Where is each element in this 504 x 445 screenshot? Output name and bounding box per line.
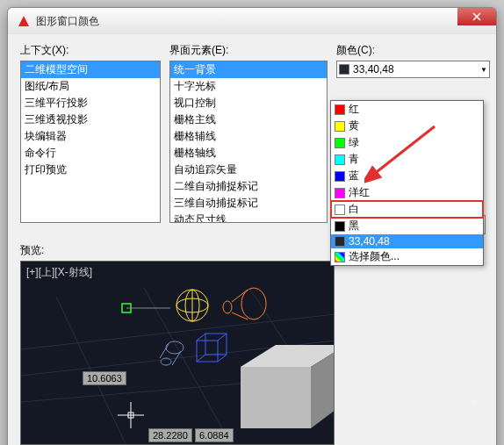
color-swatch-icon bbox=[335, 104, 345, 115]
context-item[interactable]: 三维透视投影 bbox=[21, 111, 160, 128]
coord-c: 6.0884 bbox=[195, 428, 234, 442]
color-option[interactable]: 青 bbox=[331, 151, 483, 168]
svg-line-16 bbox=[232, 290, 248, 302]
element-item[interactable]: 视口控制 bbox=[170, 95, 327, 111]
color-dropdown[interactable]: 红黄绿青蓝洋红白黑33,40,48选择颜色... bbox=[330, 100, 484, 266]
svg-line-5 bbox=[144, 288, 232, 445]
coord-b: 28.2280 bbox=[148, 428, 192, 442]
color-option-label: 黑 bbox=[349, 219, 359, 233]
color-option-label: 洋红 bbox=[349, 185, 370, 200]
element-item[interactable]: 二维自动捕捉标记 bbox=[170, 178, 327, 195]
color-option-label: 选择颜色... bbox=[349, 249, 400, 264]
selected-swatch bbox=[339, 64, 349, 75]
color-option[interactable]: 洋红 bbox=[331, 184, 483, 201]
element-item[interactable]: 十字光标 bbox=[170, 78, 327, 95]
color-option[interactable]: 33,40,48 bbox=[331, 234, 483, 248]
color-option[interactable]: 黑 bbox=[331, 218, 483, 234]
close-icon bbox=[472, 12, 481, 21]
color-option-label: 绿 bbox=[349, 135, 359, 150]
svg-point-27 bbox=[161, 358, 171, 365]
color-swatch-icon bbox=[335, 188, 345, 198]
context-item[interactable]: 块编辑器 bbox=[21, 128, 160, 145]
svg-line-21 bbox=[218, 334, 227, 341]
dialog-window: 图形窗口颜色 上下文(X): 二维模型空间图纸/布局三维平行投影三维透视投影块编… bbox=[7, 7, 497, 445]
color-swatch-icon bbox=[335, 252, 345, 262]
context-item[interactable]: 图纸/布局 bbox=[21, 78, 160, 95]
svg-rect-7 bbox=[241, 367, 311, 428]
color-option[interactable]: 蓝 bbox=[331, 168, 483, 184]
svg-line-1 bbox=[21, 314, 335, 349]
element-item[interactable]: 动态尺寸线 bbox=[170, 212, 327, 223]
coord-a: 10.6063 bbox=[83, 371, 126, 385]
element-item[interactable]: 统一背景 bbox=[170, 61, 327, 78]
element-item[interactable]: 栅格主线 bbox=[170, 111, 327, 128]
svg-rect-18 bbox=[197, 341, 218, 362]
context-item[interactable]: 打印预览 bbox=[21, 161, 160, 178]
svg-line-17 bbox=[232, 312, 248, 319]
svg-line-20 bbox=[197, 334, 205, 341]
context-listbox[interactable]: 二维模型空间图纸/布局三维平行投影三维透视投影块编辑器命令行打印预览 bbox=[20, 61, 161, 223]
color-option-label: 青 bbox=[349, 152, 359, 167]
color-swatch-icon bbox=[335, 138, 345, 148]
elements-label: 界面元素(E): bbox=[169, 43, 328, 58]
context-label: 上下文(X): bbox=[20, 43, 161, 58]
element-item[interactable]: 栅格辅线 bbox=[170, 128, 327, 145]
color-option[interactable]: 白 bbox=[331, 201, 483, 218]
color-swatch-icon bbox=[335, 171, 345, 182]
color-swatch-icon bbox=[335, 205, 345, 215]
element-item[interactable]: 自动追踪矢量 bbox=[170, 161, 327, 178]
color-swatch-icon bbox=[335, 154, 345, 165]
title-text: 图形窗口颜色 bbox=[36, 14, 457, 29]
selected-color-text: 33,40,48 bbox=[353, 63, 394, 75]
color-select[interactable]: 33,40,48 ▼ bbox=[336, 61, 490, 78]
close-button[interactable] bbox=[457, 8, 496, 25]
svg-point-15 bbox=[223, 301, 232, 313]
svg-line-23 bbox=[218, 355, 227, 362]
context-item[interactable]: 三维平行投影 bbox=[21, 95, 160, 111]
element-item[interactable]: 栅格轴线 bbox=[170, 145, 327, 161]
color-label: 颜色(C): bbox=[336, 43, 490, 58]
color-option-label: 红 bbox=[349, 102, 359, 117]
elements-listbox[interactable]: 统一背景十字光标视口控制栅格主线栅格辅线栅格轴线自动追踪矢量二维自动捕捉标记三维… bbox=[169, 61, 328, 223]
color-swatch-icon bbox=[335, 121, 345, 132]
color-swatch-icon bbox=[335, 221, 345, 232]
preview-scene bbox=[21, 262, 335, 445]
color-swatch-icon bbox=[335, 236, 345, 247]
context-item[interactable]: 命令行 bbox=[21, 145, 160, 161]
svg-point-14 bbox=[241, 288, 266, 319]
context-item[interactable]: 二维模型空间 bbox=[21, 61, 160, 78]
color-option-label: 33,40,48 bbox=[349, 235, 390, 248]
preview-canvas: [+][上][X-射线] bbox=[20, 261, 335, 445]
svg-rect-19 bbox=[205, 334, 227, 355]
color-option[interactable]: 选择颜色... bbox=[331, 248, 483, 265]
color-option[interactable]: 黄 bbox=[331, 118, 483, 134]
chevron-down-icon: ▼ bbox=[480, 66, 487, 74]
element-item[interactable]: 三维自动捕捉标记 bbox=[170, 195, 327, 212]
color-option-label: 蓝 bbox=[349, 169, 359, 183]
app-icon bbox=[17, 14, 31, 28]
color-option[interactable]: 绿 bbox=[331, 134, 483, 151]
watermark: ● bbox=[470, 394, 479, 410]
color-option-label: 黄 bbox=[349, 118, 359, 133]
color-option-label: 白 bbox=[349, 202, 359, 217]
titlebar[interactable]: 图形窗口颜色 bbox=[8, 8, 496, 34]
color-option[interactable]: 红 bbox=[331, 101, 483, 118]
